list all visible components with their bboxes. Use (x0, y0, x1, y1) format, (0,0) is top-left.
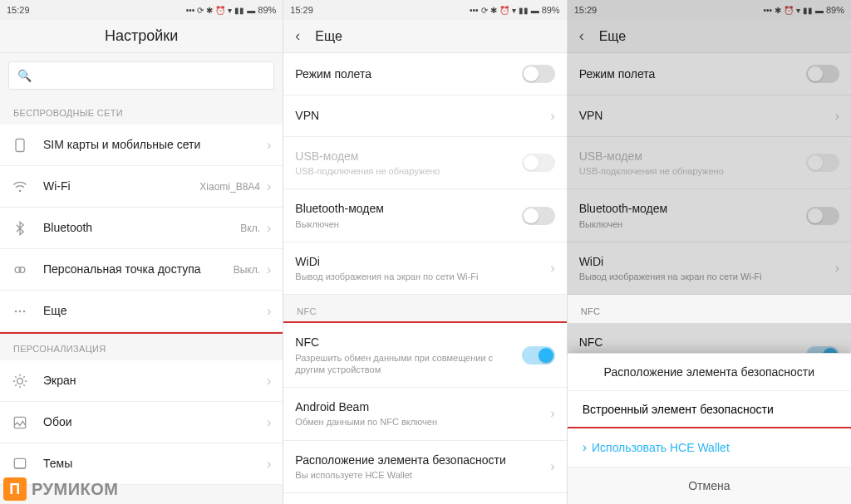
row-beam-label: Android Beam (295, 399, 550, 414)
chevron-right-icon: › (267, 179, 271, 194)
row-btm-sub: Выключен (295, 218, 521, 230)
battery-icon: ▬ (531, 6, 539, 15)
row-airplane-label: Режим полета (295, 66, 521, 81)
battery-icon: ▬ (815, 6, 824, 15)
display-icon (12, 373, 28, 389)
row-widi-sub: Вывод изображения на экран по сети Wi-Fi (579, 271, 835, 282)
row-widi[interactable]: WiDi Вывод изображения на экран по сети … (283, 242, 566, 295)
row-secure-element[interactable]: Расположение элемента безопасности Вы ис… (283, 441, 566, 493)
bluetooth-icon (12, 220, 28, 237)
wifi-icon: ▾ (512, 6, 516, 15)
row-hotspot[interactable]: Персональная точка доступа Выкл. › (0, 249, 283, 291)
header-more: ‹ Еще (283, 20, 566, 53)
status-bar: 15:29 ••• ⟳ ✱ ⏰ ▾ ▮▮ ▬ 89% (0, 0, 283, 20)
alarm-icon: ⏰ (215, 6, 225, 15)
toggle-nfc[interactable] (522, 346, 555, 365)
row-beam-sub: Обмен данными по NFC включен (295, 416, 550, 428)
row-usb-tether: USB-модем USB-подключения не обнаружено (283, 137, 566, 189)
section-wireless: БЕСПРОВОДНЫЕ СЕТИ (0, 96, 283, 125)
section-personalization: ПЕРСОНАЛИЗАЦИЯ (0, 332, 283, 360)
sheet-cancel-button[interactable]: Отмена (568, 467, 851, 504)
row-tap-pay[interactable]: Бесконтактная оплата › (283, 493, 566, 504)
toggle-bt-tether[interactable] (806, 207, 839, 225)
status-bar: 15:29 ••• ✱ ⏰ ▾ ▮▮ ▬ 89% (568, 0, 851, 20)
clock-text: 15:29 (290, 5, 313, 15)
row-sim[interactable]: SIM карты и мобильные сети › (0, 125, 283, 166)
row-airplane-label: Режим полета (579, 66, 806, 81)
clock-text: 15:29 (7, 5, 30, 15)
section-nfc: NFC (283, 295, 566, 323)
bottom-sheet: Расположение элемента безопасности Встро… (568, 353, 851, 504)
screen-more: 15:29 ••• ⟳ ✱ ⏰ ▾ ▮▮ ▬ 89% ‹ Еще Режим п… (283, 0, 567, 504)
row-nfc-label: NFC (579, 335, 806, 350)
row-usb-label: USB-модем (295, 149, 521, 164)
search-input[interactable]: 🔍 (8, 61, 274, 90)
row-display-label: Экран (43, 373, 267, 388)
chevron-right-icon: › (267, 138, 271, 153)
chevron-right-icon: › (267, 262, 271, 277)
row-vpn-label: VPN (295, 108, 550, 123)
page-title-text: Настройки (105, 27, 178, 45)
row-wallpaper[interactable]: Обои › (0, 402, 283, 443)
sheet-option-hce[interactable]: Использовать HCE Wallet (568, 428, 851, 467)
row-usb-sub: USB-подключения не обнаружено (579, 165, 806, 177)
row-more[interactable]: Еще › (0, 291, 283, 332)
row-se-label: Расположение элемента безопасности (295, 453, 550, 467)
row-widi-sub: Вывод изображения на экран по сети Wi-Fi (295, 271, 550, 282)
svg-point-4 (15, 310, 17, 312)
hotspot-icon (12, 262, 28, 278)
bluetooth-icon: ✱ (206, 6, 213, 15)
watermark-logo-icon: П (3, 477, 27, 501)
row-nfc-sub: Разрешить обмен данными при совмещении с… (295, 352, 521, 376)
screen-settings: 15:29 ••• ⟳ ✱ ⏰ ▾ ▮▮ ▬ 89% Настройки 🔍 Б… (0, 0, 283, 504)
row-airplane[interactable]: Режим полета (568, 53, 851, 95)
row-hotspot-label: Персональная точка доступа (43, 262, 234, 276)
row-airplane[interactable]: Режим полета (283, 53, 566, 95)
row-display[interactable]: Экран › (0, 360, 283, 402)
bluetooth-icon: ✱ (775, 6, 781, 15)
svg-rect-9 (14, 458, 25, 468)
chevron-right-icon: › (835, 109, 839, 124)
signal-icon: ▮▮ (234, 6, 244, 15)
chevron-right-icon: › (550, 109, 554, 124)
svg-point-1 (19, 189, 22, 192)
signal-icon: ▮▮ (519, 6, 529, 15)
back-button[interactable]: ‹ (295, 27, 300, 45)
row-se-sub: Вы используете HCE Wallet (295, 469, 550, 481)
row-nfc[interactable]: NFC Разрешить обмен данными при совмещен… (283, 323, 566, 388)
row-btm-sub: Выключен (579, 218, 806, 230)
watermark-text: РУМИКОМ (32, 480, 118, 499)
toggle-bt-tether[interactable] (522, 207, 555, 225)
header-more: ‹ Еще (568, 20, 851, 53)
row-usb-label: USB-модем (579, 149, 806, 164)
battery-text: 89% (542, 5, 560, 15)
bluetooth-icon: ✱ (490, 6, 497, 15)
row-usb-sub: USB-подключения не обнаружено (295, 165, 521, 177)
more-icon: ••• (186, 6, 195, 15)
chevron-right-icon: › (267, 221, 271, 236)
row-wallpaper-label: Обои (43, 414, 267, 429)
signal-icon: ▮▮ (803, 6, 813, 15)
chevron-right-icon: › (550, 459, 554, 474)
themes-icon (12, 456, 28, 472)
row-vpn[interactable]: VPN › (283, 95, 566, 137)
sync-icon: ⟳ (197, 6, 204, 15)
row-bluetooth[interactable]: Bluetooth Вкл. › (0, 208, 283, 249)
row-widi-label: WiDi (579, 254, 835, 269)
row-vpn-label: VPN (579, 108, 835, 123)
row-vpn[interactable]: VPN › (568, 95, 851, 137)
toggle-airplane[interactable] (806, 65, 839, 83)
row-wifi[interactable]: Wi-Fi Xiaomi_B8A4 › (0, 166, 283, 208)
sheet-option-hce-label: Использовать HCE Wallet (592, 441, 730, 454)
sheet-option-builtin-label: Встроенный элемент безопасности (583, 403, 774, 416)
row-android-beam[interactable]: Android Beam Обмен данными по NFC включе… (283, 388, 566, 440)
toggle-airplane[interactable] (522, 65, 555, 83)
row-bt-tether[interactable]: Bluetooth-модем Выключен (283, 189, 566, 242)
row-widi[interactable]: WiDi Вывод изображения на экран по сети … (568, 242, 851, 295)
sheet-option-builtin[interactable]: Встроенный элемент безопасности (568, 391, 851, 428)
back-button[interactable]: ‹ (579, 27, 584, 45)
section-nfc: NFC (568, 295, 851, 323)
row-bt-tether[interactable]: Bluetooth-модем Выключен (568, 189, 851, 242)
sheet-cancel-label: Отмена (688, 479, 730, 492)
page-title-text: Еще (315, 29, 342, 44)
